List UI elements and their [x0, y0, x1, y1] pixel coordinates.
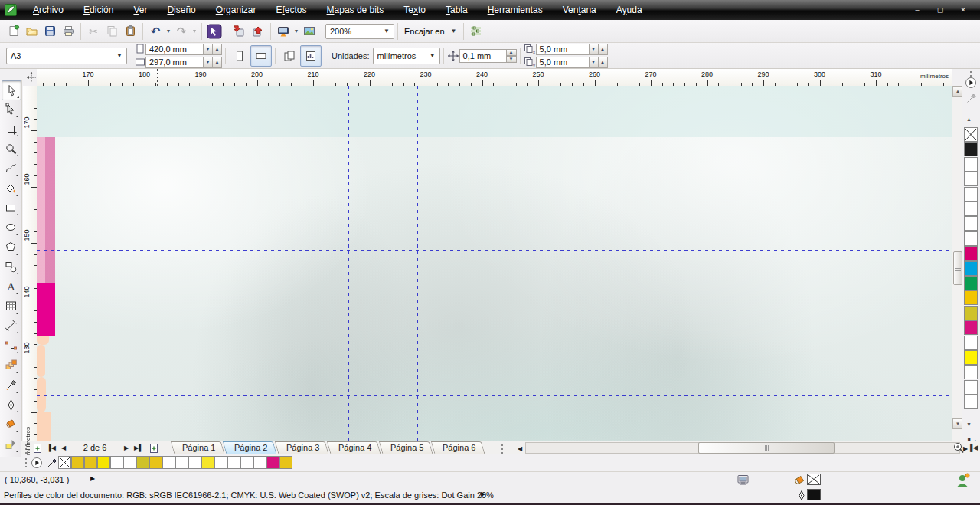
no-color-swatch[interactable]: [58, 456, 71, 469]
palette-eyedropper-icon[interactable]: [965, 92, 976, 104]
menu-archivo[interactable]: Archivo: [23, 2, 74, 18]
color-eyedropper-tool[interactable]: [2, 376, 20, 395]
nudge-spin-up[interactable]: ▲: [507, 49, 517, 56]
height-spin-down[interactable]: ▼: [204, 57, 213, 68]
menu-texto[interactable]: Texto: [394, 2, 436, 18]
dimension-tool[interactable]: [2, 316, 20, 335]
crop-tool[interactable]: [2, 120, 20, 138]
width-spin-down[interactable]: ▼: [204, 44, 213, 55]
open-button[interactable]: [22, 22, 41, 41]
scroll-left-button[interactable]: ◀: [514, 443, 525, 454]
color-swatch[interactable]: [964, 276, 978, 290]
paper-size-select[interactable]: A3▼: [6, 48, 127, 64]
color-swatch[interactable]: [964, 231, 978, 246]
scroll-up-button[interactable]: ▲: [952, 86, 963, 97]
smart-fill-tool[interactable]: [2, 179, 20, 198]
vertical-guideline[interactable]: [348, 86, 349, 441]
color-swatch[interactable]: [97, 456, 110, 469]
ellipse-tool[interactable]: [2, 218, 20, 237]
docpalette-eyedropper-icon[interactable]: [46, 457, 57, 469]
menu-ver[interactable]: Ver: [123, 2, 157, 18]
color-swatch[interactable]: [123, 456, 136, 469]
text-tool[interactable]: A: [2, 277, 20, 296]
all-pages-button[interactable]: [279, 45, 300, 67]
menu-edición[interactable]: Edición: [74, 2, 123, 18]
fill-tool[interactable]: [2, 415, 20, 434]
paste-button[interactable]: [121, 22, 139, 41]
menu-herramientas[interactable]: Herramientas: [478, 2, 553, 18]
coords-flyout-button[interactable]: ▶: [90, 475, 95, 482]
options-button[interactable]: [467, 22, 485, 41]
export-button[interactable]: [249, 22, 267, 41]
outline-color-swatch[interactable]: [807, 489, 821, 500]
color-swatch[interactable]: [964, 216, 978, 231]
landscape-button[interactable]: [250, 45, 272, 67]
current-page-button[interactable]: [300, 45, 322, 67]
fit-zoom-combobox[interactable]: Encajar en ▼: [401, 27, 460, 36]
color-swatch[interactable]: [201, 456, 214, 469]
color-swatch[interactable]: [266, 456, 279, 469]
save-button[interactable]: [41, 22, 59, 41]
menu-efectos[interactable]: Efectos: [266, 2, 316, 18]
blend-tool[interactable]: [2, 356, 20, 375]
menu-mapas-de-bits[interactable]: Mapas de bits: [317, 2, 394, 18]
pink-garment-hem[interactable]: [37, 283, 55, 336]
vertical-scrollbar[interactable]: ▲ ▼: [952, 86, 963, 441]
color-swatch[interactable]: [136, 456, 149, 469]
color-swatch[interactable]: [964, 172, 978, 186]
menu-tabla[interactable]: Tabla: [436, 2, 478, 18]
menu-ayuda[interactable]: Ayuda: [606, 2, 652, 18]
redo-dropdown[interactable]: ▾: [191, 28, 198, 34]
add-page-end-button[interactable]: [149, 442, 159, 454]
rectangle-tool[interactable]: [2, 198, 20, 217]
full-screen-preview-button[interactable]: [274, 22, 292, 41]
dupy-spin-up[interactable]: ▲: [599, 57, 608, 68]
horizontal-guide-line[interactable]: [37, 395, 952, 396]
portrait-button[interactable]: [229, 45, 250, 67]
dupx-spin-up[interactable]: ▲: [599, 44, 608, 55]
outline-pen-tool[interactable]: [2, 395, 20, 414]
color-swatch[interactable]: [964, 202, 978, 216]
next-page-button[interactable]: ▶: [121, 442, 132, 454]
no-color-swatch[interactable]: [964, 127, 978, 142]
dupx-spin-down[interactable]: ▼: [590, 44, 599, 55]
color-swatch[interactable]: [964, 290, 978, 305]
color-swatch[interactable]: [188, 456, 201, 469]
docpalette-drag-handle[interactable]: [24, 457, 28, 468]
undo-dropdown[interactable]: ▾: [165, 28, 172, 34]
undo-button[interactable]: ↶: [146, 22, 165, 41]
interactive-fill-tool[interactable]: [2, 435, 20, 454]
color-swatch[interactable]: [964, 365, 978, 379]
color-swatch[interactable]: [964, 261, 978, 276]
table-tool[interactable]: [2, 297, 20, 316]
color-swatch[interactable]: [964, 246, 978, 261]
color-swatch[interactable]: [964, 380, 978, 395]
scrollbar-drag-handle[interactable]: [501, 444, 504, 454]
drawing-canvas[interactable]: [37, 86, 952, 441]
color-swatch[interactable]: [175, 456, 188, 469]
horizontal-scroll-thumb[interactable]: [698, 442, 835, 454]
menu-diseño[interactable]: Diseño: [157, 2, 205, 18]
color-swatch[interactable]: [149, 456, 162, 469]
color-swatch[interactable]: [110, 456, 123, 469]
palette-scroll-down[interactable]: ▼: [966, 421, 972, 427]
polygon-tool[interactable]: [2, 238, 20, 257]
redo-button[interactable]: ↷: [172, 22, 191, 41]
color-swatch[interactable]: [964, 306, 978, 320]
nudge-field[interactable]: 0,1 mm: [459, 49, 507, 63]
add-page-start-button[interactable]: [32, 442, 43, 454]
color-swatch[interactable]: [227, 456, 240, 469]
palette-scroll-up[interactable]: ▲: [966, 116, 972, 122]
horizontal-scrollbar[interactable]: ◀ ▶: [514, 442, 971, 454]
color-swatch[interactable]: [214, 456, 227, 469]
palette-flyout-button[interactable]: [965, 77, 977, 89]
application-launcher-button[interactable]: [205, 22, 224, 41]
height-spin-up[interactable]: ▲: [213, 57, 222, 68]
color-swatch[interactable]: [964, 320, 978, 335]
zoom-tool[interactable]: [2, 139, 20, 158]
units-select[interactable]: milímetros▼: [373, 48, 440, 64]
page-height-field[interactable]: 297,0 mm: [145, 57, 204, 68]
last-page-button[interactable]: ▶▌: [133, 442, 144, 454]
welcome-screen-button[interactable]: [300, 22, 318, 41]
basic-shapes-tool[interactable]: [2, 257, 20, 276]
